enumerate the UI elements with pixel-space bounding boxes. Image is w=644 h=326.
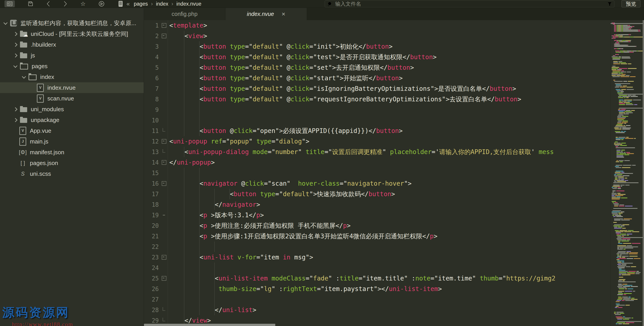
code-line[interactable]: 18</navigator> [144, 199, 610, 210]
tree-item-label: js [31, 52, 35, 59]
line-number: 25 [144, 275, 160, 282]
chevron-right-icon[interactable] [13, 118, 17, 122]
code-line[interactable]: 7<button type="default" @click="isIgnori… [144, 83, 610, 94]
tree-item-app.vue[interactable]: VApp.vue [0, 125, 144, 136]
chevron-right-icon[interactable] [13, 53, 17, 57]
code-line[interactable]: 24 [144, 263, 610, 273]
tree-item-manifest.json[interactable]: [⚙]manifest.json [0, 147, 144, 158]
code-line[interactable]: 15 [144, 168, 610, 178]
breadcrumb-item-pages[interactable]: pages [134, 1, 148, 7]
fold-marker-box[interactable] [160, 157, 168, 168]
tree-item-uni-modules[interactable]: uni_modules [0, 104, 144, 115]
forward-button[interactable] [63, 0, 67, 7]
code-line[interactable]: 8<button type="default" @click="requestI… [144, 94, 610, 105]
device-button[interactable] [118, 0, 123, 7]
code-line[interactable]: 22 [144, 241, 610, 252]
save-icon [28, 1, 33, 6]
code-editor[interactable]: 1<template>2<view>3<button type="default… [144, 20, 610, 326]
code-line[interactable]: 2<view> [144, 31, 610, 41]
tree-item-pages[interactable]: pages [0, 61, 144, 72]
code-line[interactable]: 27 [144, 294, 610, 305]
breadcrumb-item-file[interactable]: index.nvue [176, 1, 201, 7]
horizontal-scrollbar[interactable] [144, 324, 275, 326]
tree-item-unicloud-[interactable]: ☁uniCloud - [阿里云:未关联云服务空间] [0, 28, 144, 39]
fold-marker-box[interactable] [160, 252, 168, 263]
code-text: <button type="default" @click="isIgnorin… [168, 83, 610, 94]
code-line[interactable]: 20<p >使用注意:必须开启通知权限 手机不能黑屏</p> [144, 220, 610, 231]
project-explorer-sidebar: 监听通知栏内容，获取通知栏消息，安卓原...☁uniCloud - [阿里云:未… [0, 8, 144, 326]
code-line[interactable]: 21<p >使用步骤:1开启通知权限2设置白名单3开始监听4微信必须开启通知栏权… [144, 231, 610, 241]
code-line[interactable]: 13<uni-popup-dialog mode="number" title=… [144, 147, 610, 157]
fold-column [160, 52, 168, 62]
filter-funnel-icon[interactable] [608, 2, 612, 6]
search-input[interactable] [335, 1, 608, 7]
chevron-down-icon[interactable] [13, 64, 17, 68]
tree-item-pages.json[interactable]: [ ]pages.json [0, 158, 144, 168]
code-line[interactable]: 10 [144, 115, 610, 126]
fold-column [160, 62, 168, 73]
close-icon[interactable]: × [282, 11, 285, 17]
vertical-scrollbar[interactable] [643, 20, 644, 326]
code-text: <button type="default" @click="requestIg… [168, 94, 610, 105]
code-line[interactable]: 28</uni-list> [144, 305, 610, 315]
breadcrumb-item-index[interactable]: index [156, 1, 168, 7]
fold-marker-box[interactable] [160, 273, 168, 284]
tree-item-index[interactable]: index [0, 72, 144, 82]
code-line[interactable]: 5<button type="default" @click="set">去开启… [144, 62, 610, 73]
breadcrumb: pages › index › index.nvue [134, 1, 202, 7]
tree-item-js[interactable]: js [0, 50, 144, 61]
line-number: 19 [144, 212, 160, 219]
tree-item-uni.scss[interactable]: Suni.scss [0, 168, 144, 179]
code-line[interactable]: 4<button type="default" @click="test">是否… [144, 52, 610, 62]
code-line[interactable]: 23<uni-list v-for="item in msg"> [144, 252, 610, 263]
fold-marker-box[interactable] [160, 136, 168, 147]
code-line[interactable]: 26thumb-size="lg" :rightText="item.payst… [144, 284, 610, 294]
tab-index-nvue[interactable]: index.nvue × [226, 8, 307, 20]
project-icon [10, 20, 17, 26]
project-panel-toggle-button[interactable] [4, 0, 15, 7]
fold-column [160, 94, 168, 105]
chevron-right-icon[interactable] [13, 32, 17, 36]
save-button[interactable] [28, 0, 33, 7]
code-line[interactable]: 19<p >版本号:3.1</p> [144, 210, 610, 220]
chevron-right-icon[interactable] [13, 43, 17, 47]
fold-column [160, 168, 168, 178]
line-number: 16 [144, 180, 160, 187]
code-line[interactable]: 6<button type="default" @click="start">开… [144, 73, 610, 83]
folder-icon [20, 117, 27, 123]
vue-file-icon: V [19, 127, 26, 135]
file-search-box[interactable] [325, 0, 614, 7]
code-line[interactable]: 11<button @click="open">必须设置APPID({{appi… [144, 126, 610, 136]
breadcrumb-collapse-icon[interactable]: « [126, 0, 130, 7]
minimap[interactable] [610, 20, 643, 326]
spacer [14, 151, 16, 153]
tree-item-.hbuilderx[interactable]: .hbuilderx [0, 39, 144, 50]
tree-item-index.nvue[interactable]: Vindex.nvue [0, 82, 144, 93]
preview-button[interactable]: 预览 [622, 0, 640, 7]
tab-config-php[interactable]: config.php [144, 8, 226, 20]
fold-marker-box[interactable] [160, 178, 168, 189]
code-line[interactable]: 17<button type="default">快速添加收款码</button… [144, 189, 610, 199]
chevron-down-icon[interactable] [22, 74, 26, 78]
tree-item-unpackage[interactable]: unpackage [0, 115, 144, 125]
code-line[interactable]: 16<navigator @click="scan" hover-class="… [144, 178, 610, 189]
favorites-button[interactable]: ☆ [80, 0, 86, 7]
code-line[interactable]: 1<template> [144, 20, 610, 31]
tree-item-scan.nvue[interactable]: Vscan.nvue [0, 93, 144, 104]
code-line[interactable]: 9 [144, 105, 610, 115]
scss-file-icon: S [19, 170, 26, 178]
code-line[interactable]: 3<button type="default" @click="init">初始… [144, 41, 610, 52]
spacer [14, 140, 16, 143]
code-line[interactable]: 25<uni-list-item modeClass="fade" :title… [144, 273, 610, 284]
fold-marker-box[interactable] [160, 20, 168, 31]
back-button[interactable] [46, 0, 50, 7]
run-button[interactable] [98, 0, 104, 7]
tree-item--...[interactable]: 监听通知栏内容，获取通知栏消息，安卓原... [0, 18, 144, 28]
chevron-right-icon[interactable] [13, 107, 17, 111]
code-line[interactable]: 12<uni-popup ref="popup" type="dialog"> [144, 136, 610, 147]
fold-marker-box[interactable] [160, 31, 168, 41]
spacer [14, 130, 16, 132]
tree-item-main.js[interactable]: Jmain.js [0, 136, 144, 147]
chevron-down-icon[interactable] [3, 21, 8, 25]
code-line[interactable]: 14</uni-popup> [144, 157, 610, 168]
